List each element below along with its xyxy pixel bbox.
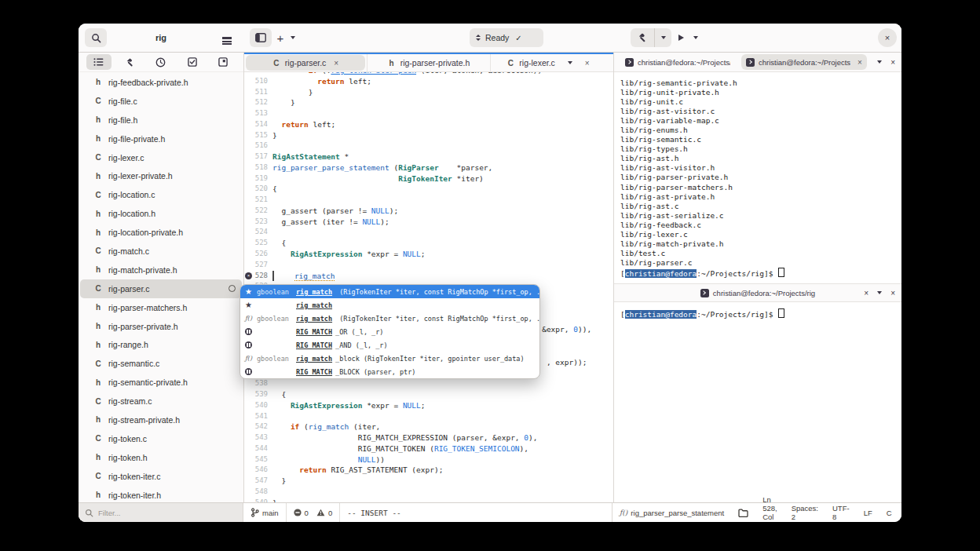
diagnostics-button[interactable]: 0 0 (287, 503, 340, 522)
file-row-rig-token.h[interactable]: hrig-token.h (80, 448, 242, 467)
build-menu-caret[interactable] (655, 28, 671, 47)
menu-button[interactable] (217, 28, 237, 47)
macro-glyph (245, 341, 252, 348)
terminal-tab[interactable]: christian@fedora:~/Projects× (741, 54, 867, 70)
line-number: 526 (244, 249, 272, 260)
file-row-rig-match.c[interactable]: Crig-match.c (80, 242, 242, 261)
file-row-rig-token-iter.h[interactable]: hrig-token-iter.h (80, 486, 242, 502)
completion-item[interactable]: ƒ()gbooleanrig_match (RigTokenIter *iter… (240, 312, 539, 325)
build-status-button[interactable]: Ready ✓ (470, 28, 543, 47)
file-row-rig-semantic-private.h[interactable]: hrig-semantic-private.h (80, 373, 242, 392)
terminal-tab-list-caret[interactable] (877, 60, 882, 64)
current-symbol-button[interactable]: ƒ() rig_parser_parse_statement (612, 503, 731, 522)
file-row-rig-lexer-private.h[interactable]: hrig-lexer-private.h (80, 166, 242, 185)
code-line-539: 539 { (244, 389, 613, 400)
function-icon: ƒ() (620, 509, 627, 516)
statusbar-left: main 0 0 -- INSERT -- (243, 503, 612, 522)
c-source-file-icon: C (94, 153, 102, 162)
c-header-file-icon: h (94, 491, 102, 499)
window-close-button[interactable]: × (878, 28, 897, 47)
completion-item[interactable]: ★gbooleanrig_match (RigTokenIter *iter, … (240, 285, 539, 298)
code-line-549: 549} (244, 498, 613, 502)
code-line-520: 520{ (244, 184, 613, 195)
terminal-output[interactable]: lib/rig-semantic-private.hlib/rig-unit-p… (614, 72, 901, 284)
panel-close-button[interactable]: × (890, 289, 895, 297)
build-panel-tab[interactable] (117, 54, 142, 70)
completion-item[interactable]: ƒ()gbooleanrig_match_block (RigTokenIter… (240, 352, 539, 365)
tab-close-button[interactable]: × (334, 59, 338, 68)
run-menu-caret[interactable] (689, 28, 702, 47)
editor-tab-rig-parser.c[interactable]: Crig-parser.c× (244, 54, 368, 71)
file-row-rig-file-private.h[interactable]: hrig-file-private.h (80, 130, 242, 148)
close-icon: × (885, 33, 890, 42)
git-branch-button[interactable]: main (243, 503, 286, 522)
history-panel-tab[interactable] (148, 54, 174, 70)
file-row-rig-lexer.c[interactable]: Crig-lexer.c (80, 148, 242, 167)
star-icon: ★ (243, 301, 254, 309)
matched-text: RIG_MATCH (296, 368, 332, 376)
terminal2-menu-caret[interactable] (877, 291, 882, 294)
file-row-rig-location-private.h[interactable]: hrig-location-private.h (80, 223, 242, 242)
file-row-rig-token.c[interactable]: Crig-token.c (80, 429, 242, 448)
editor-tab-rig-lexer.c[interactable]: Crig-lexer.c× (491, 54, 613, 71)
encoding-button[interactable]: UTF-8 (825, 503, 857, 522)
panel-toggle-button[interactable] (250, 28, 272, 47)
new-tab-button[interactable]: + (273, 28, 287, 47)
completion-item[interactable]: RIG_MATCH_BLOCK (parser, ptr) (240, 365, 539, 378)
terminal-line: lib/rig-ast.h (620, 154, 901, 163)
documentation-panel-tab[interactable] (210, 54, 236, 70)
star-icon: ★ (243, 287, 254, 296)
file-row-rig-file.c[interactable]: Crig-file.c (80, 92, 242, 111)
project-tree-tab[interactable] (86, 54, 112, 70)
code-text: RIG_MATCH_TOKEN (RIG_TOKEN_SEMICOLON), (272, 443, 528, 454)
display-toggle-button[interactable] (899, 503, 901, 522)
macro-glyph (245, 368, 252, 375)
run-button[interactable] (674, 28, 688, 47)
code-text: return left; (272, 76, 371, 87)
file-row-rig-file.h[interactable]: hrig-file.h (80, 111, 242, 130)
line-number: 541 (244, 411, 272, 422)
func-icon: ƒ() (243, 315, 254, 322)
completion-item[interactable]: RIG_MATCH_OR (_l, _r) (240, 325, 539, 338)
file-row-rig-stream-private.h[interactable]: hrig-stream-private.h (80, 411, 242, 429)
file-row-rig-parser.c[interactable]: Crig-parser.c (80, 279, 242, 298)
language-button[interactable]: C (879, 503, 899, 522)
file-row-rig-match-private.h[interactable]: hrig-match-private.h (80, 261, 242, 279)
file-row-rig-range.h[interactable]: hrig-range.h (80, 335, 242, 354)
cursor-position-button[interactable]: Ln 528, Col 14 (755, 503, 784, 522)
terminal-tab[interactable]: christian@fedora:~/Projects/rig (620, 54, 735, 70)
line-number: 515 (244, 130, 272, 141)
c-header-file-icon: h (94, 303, 102, 312)
tab-list-caret[interactable] (568, 61, 572, 64)
new-tab-caret[interactable] (287, 28, 298, 47)
c-header-file-icon: h (94, 172, 102, 181)
frame-close-button[interactable]: × (585, 59, 590, 68)
terminal-frame-close-button[interactable]: × (890, 58, 895, 67)
editor-tab-rig-parser-private.h[interactable]: hrig-parser-private.h (368, 54, 491, 71)
file-row-rig-semantic.c[interactable]: Crig-semantic.c (80, 354, 242, 373)
file-row-rig-feedback-private.h[interactable]: hrig-feedback-private.h (80, 73, 242, 92)
indentation-button[interactable]: Spaces: 2 (784, 503, 825, 522)
code-line-527: 527 (244, 260, 613, 271)
file-row-rig-stream.c[interactable]: Crig-stream.c (80, 392, 242, 411)
c-source-file-icon: C (94, 472, 102, 480)
tab-close-button[interactable]: × (858, 58, 862, 67)
file-row-rig-token-iter.c[interactable]: Crig-token-iter.c (80, 467, 242, 486)
build-button[interactable] (631, 28, 654, 47)
filter-input[interactable]: Filter... (79, 503, 243, 522)
file-row-rig-parser-private.h[interactable]: hrig-parser-private.h (80, 317, 242, 336)
completion-item[interactable]: RIG_MATCH_AND (_l, _r) (240, 338, 539, 352)
completion-item[interactable]: ★rig_match (240, 298, 539, 312)
file-row-rig-location.h[interactable]: hrig-location.h (80, 204, 242, 223)
git-branch-icon (250, 508, 259, 517)
terminal2-output[interactable]: [christian@fedora:~/Projects/rig]$ (614, 302, 901, 502)
todo-panel-tab[interactable] (180, 54, 205, 70)
file-row-rig-parser-matchers.h[interactable]: hrig-parser-matchers.h (80, 298, 242, 317)
c-source-file-icon: C (94, 246, 102, 255)
file-row-rig-location.c[interactable]: Crig-location.c (80, 185, 242, 204)
c-header-file-icon: h (94, 415, 102, 424)
terminal2-close-button[interactable]: × (864, 289, 868, 297)
completion-signature: (RigTokenIter *iter, const RigMatchOp *f… (335, 288, 540, 296)
project-folder-button[interactable] (731, 503, 755, 522)
line-ending-button[interactable]: LF (857, 503, 879, 522)
